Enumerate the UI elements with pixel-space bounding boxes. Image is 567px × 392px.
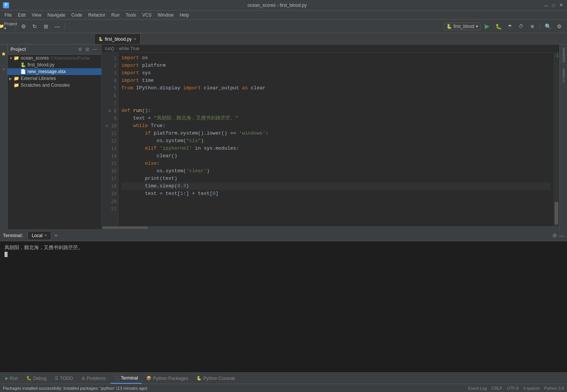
status-encoding[interactable]: UTF-8	[507, 386, 518, 390]
status-message: Packages installed successfully: Install…	[3, 386, 147, 390]
search-button[interactable]: 🔍	[543, 21, 553, 31]
terminal-tab-local[interactable]: Local ✕	[28, 231, 51, 240]
tab-python-packages[interactable]: 📦 Python Packages	[143, 373, 192, 384]
structure-tool[interactable]: ≡	[0, 62, 8, 77]
terminal-minimize-button[interactable]: —	[559, 233, 564, 239]
menu-help[interactable]: Help	[177, 11, 192, 20]
project-panel-toggle[interactable]: 📁 Project ▾	[3, 21, 13, 31]
tree-item-first-blood[interactable]: 🐍 first_blood.py	[8, 61, 101, 68]
profile-button[interactable]: ⏱	[516, 21, 526, 31]
file-tab-first-blood[interactable]: 🐍 first_blood.py ✕	[94, 34, 141, 44]
todo-tab-icon: ☰	[55, 376, 58, 381]
tab-debug[interactable]: 🐛 Debug	[23, 373, 50, 384]
tree-path-ocean-scores: C:\Users\suichu\Pychar	[51, 56, 90, 60]
tab-problems[interactable]: ⚠ Problems	[78, 373, 110, 384]
code-line-6	[121, 92, 550, 100]
sync-icon[interactable]: ↻	[30, 21, 40, 31]
file-tab-close-button[interactable]: ✕	[133, 37, 136, 41]
menu-tools[interactable]: Tools	[123, 11, 139, 20]
tab-python-console[interactable]: 🐍 Python Console	[193, 373, 239, 384]
sidebar-settings-button[interactable]: ⚙	[77, 46, 83, 53]
tab-terminal[interactable]: ⬛ Terminal	[110, 373, 142, 384]
settings-icon[interactable]: ⚙	[18, 21, 28, 31]
status-line-ending[interactable]: CRLF	[491, 386, 502, 390]
collapse-icon[interactable]: —	[52, 21, 62, 31]
run-config-label: first_blood	[454, 24, 474, 29]
database-panel-button[interactable]: Database	[561, 44, 566, 65]
line-num-3: 3	[103, 69, 116, 77]
breadcrumb-run: run()	[105, 46, 114, 51]
menu-file[interactable]: File	[2, 11, 15, 20]
folder-icon-scratches: 📁	[14, 83, 19, 88]
folder-icon-ocean-scores: 📁	[14, 55, 19, 61]
tree-arrow-external-libs: ▶	[9, 77, 14, 81]
python-console-tab-label: Python Console	[203, 376, 235, 381]
terminal-cursor-line	[5, 252, 562, 257]
debug-button[interactable]: 🐛	[493, 21, 503, 31]
menu-bar: File Edit View Navigate Code Refactor Ru…	[0, 11, 567, 20]
code-line-3: import sys	[121, 69, 550, 77]
line-num-12: 12	[103, 137, 116, 145]
tree-item-ocean-scores[interactable]: ▼ 📁 ocean_scores C:\Users\suichu\Pychar	[8, 55, 101, 61]
close-button[interactable]: ✕	[558, 2, 564, 8]
sidebar-expand-button[interactable]: ⊞	[84, 46, 91, 53]
terminal-tab-main-label: Terminal	[121, 375, 138, 381]
python-packages-tab-icon: 📦	[146, 376, 152, 381]
ai-viewer-panel-button[interactable]: AI Viewer	[561, 65, 566, 86]
toolbar: 📁 Project ▾ ⚙ ↻ ⊞ — 🐍 first_blood ▾ ▶ 🐛 …	[0, 20, 567, 33]
bookmarks-tool[interactable]: ⭐	[0, 46, 8, 61]
window-controls[interactable]: — □ ✕	[543, 2, 564, 8]
bottom-tab-bar: ▶ Run 🐛 Debug ☰ TODO ⚠ Problems ⬛ Termin…	[0, 372, 567, 384]
expand-icon[interactable]: ⊞	[41, 21, 51, 31]
menu-code[interactable]: Code	[68, 11, 85, 20]
status-bar: Packages installed successfully: Install…	[0, 384, 567, 392]
concurrency-button[interactable]: ⊕	[527, 21, 537, 31]
menu-navigate[interactable]: Navigate	[44, 11, 68, 20]
status-indent[interactable]: 4 spaces	[523, 386, 539, 390]
menu-view[interactable]: View	[29, 11, 44, 20]
editor-horizontal-scrollbar[interactable]	[102, 226, 559, 229]
menu-window[interactable]: Window	[155, 11, 177, 20]
run-configuration[interactable]: 🐍 first_blood ▾	[444, 23, 481, 30]
line-num-4: 4	[103, 77, 116, 84]
menu-run[interactable]: Run	[108, 11, 123, 20]
line-num-6: 6	[103, 92, 116, 100]
code-line-1: import os	[121, 54, 550, 62]
settings-main-button[interactable]: ⚙	[554, 21, 564, 31]
menu-edit[interactable]: Edit	[15, 11, 29, 20]
code-line-13: elif 'ipykernel' in sys.modules:	[121, 145, 550, 152]
maximize-button[interactable]: □	[550, 2, 556, 8]
terminal-tab-close[interactable]: ✕	[44, 233, 47, 237]
status-python-version[interactable]: Python 3.8	[544, 386, 564, 390]
hscroll-thumb[interactable]	[103, 227, 148, 229]
run-button[interactable]: ▶	[482, 21, 492, 31]
sidebar-header: Project ⚙ ⊞ —	[8, 44, 101, 55]
terminal-settings-button[interactable]: ⚙	[552, 233, 557, 239]
tree-item-scratches[interactable]: 📁 Scratches and Consoles	[8, 82, 101, 89]
tab-todo[interactable]: ☰ TODO	[51, 373, 77, 384]
menu-refactor[interactable]: Refactor	[85, 11, 108, 20]
run-tab-icon: ▶	[5, 376, 8, 381]
menu-vcs[interactable]: VCS	[139, 11, 155, 20]
terminal-content[interactable]: 凤朝阳，鄞北海，又携书剑路茫茫。	[0, 241, 567, 372]
line-numbers: 1 2 3 4 5 6 7 ⊟ 8 9 ⊟ 10 11 12 13 14 15 …	[102, 53, 118, 226]
tree-item-external-libraries[interactable]: ▶ 📁 External Libraries	[8, 75, 101, 82]
sidebar-title: Project	[11, 47, 26, 52]
sidebar-collapse-button[interactable]: —	[92, 46, 98, 53]
project-sidebar: Project ⚙ ⊞ — ▼ 📁 ocean_scores C:\Users\…	[8, 44, 102, 229]
tree-label-first-blood: first_blood.py	[28, 62, 54, 67]
terminal-panel: Terminal: Local ✕ + ⚙ — 凤朝阳，鄞北海，又携书剑路茫茫。	[0, 229, 567, 372]
event-log-link[interactable]: Event Log	[468, 386, 487, 390]
breadcrumb-while: while True	[119, 46, 139, 51]
tree-item-new-message[interactable]: 📄 new_message.xlsx	[8, 68, 101, 75]
coverage-button[interactable]: ☂	[505, 21, 515, 31]
terminal-output-line-1: 凤朝阳，鄞北海，又携书剑路茫茫。	[5, 244, 562, 251]
terminal-add-button[interactable]: +	[53, 232, 59, 239]
scroll-thumb[interactable]	[555, 202, 558, 225]
right-gutter: ✓1	[553, 53, 559, 226]
tab-run[interactable]: ▶ Run	[2, 373, 22, 384]
terminal-tab-bar: Terminal: Local ✕ + ⚙ —	[0, 230, 567, 241]
code-content[interactable]: import os import platform import sys imp…	[118, 53, 553, 226]
minimize-button[interactable]: —	[543, 2, 549, 8]
code-editor[interactable]: 1 2 3 4 5 6 7 ⊟ 8 9 ⊟ 10 11 12 13 14 15 …	[102, 53, 559, 226]
